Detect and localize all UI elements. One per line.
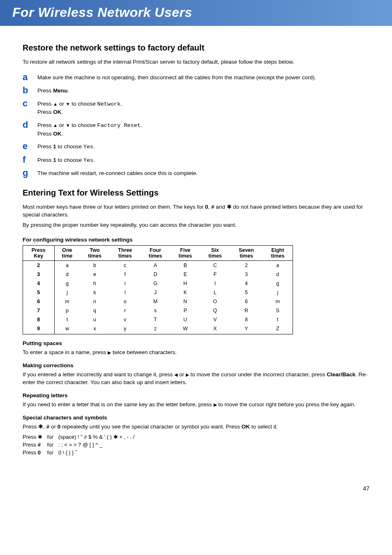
right-arrow-icon: ▶ (186, 372, 189, 377)
step-letter: g (23, 168, 37, 177)
press-label: Press ✱ (23, 433, 47, 441)
text: Press (23, 424, 38, 430)
table-cell: X (200, 324, 230, 334)
text: If you need to enter a letter that is on… (23, 401, 214, 408)
table-cell: U (170, 315, 200, 324)
table-row: 4ghiGHI4g (23, 279, 293, 288)
table-header: Fivetimes (170, 245, 200, 260)
step-letter: b (23, 86, 37, 95)
table-cell: 2 (230, 260, 263, 270)
table-cell: s (141, 306, 171, 315)
page-number: 47 (0, 473, 392, 500)
table-cell: D (141, 270, 171, 279)
right-arrow-icon: ▶ (108, 350, 111, 355)
step-letter: d (23, 120, 37, 129)
up-arrow-icon: ▲ (53, 101, 58, 106)
entering-para2: By pressing the proper number key repeat… (23, 221, 369, 229)
text: Press (37, 101, 53, 107)
step-body: Press 1 to choose Yes. (37, 155, 369, 165)
table-cell: r (110, 306, 141, 315)
making-corrections-head: Making corrections (23, 362, 369, 368)
table-cell: 6 (23, 297, 55, 306)
press-label: Press 0 (23, 449, 47, 456)
page-body: Restore the network settings to factory … (0, 26, 392, 473)
table-cell: d (263, 270, 293, 279)
table-cell: H (170, 279, 200, 288)
text: and (214, 204, 227, 210)
table-cell: P (170, 306, 200, 315)
star-icon: ✱ (227, 204, 232, 210)
table-cell: b (80, 260, 110, 270)
step-letter: c (23, 99, 37, 108)
table-cell: 8 (23, 315, 55, 324)
ok-label: OK (242, 424, 250, 430)
text: to choose (70, 101, 97, 107)
table-cell: x (80, 324, 110, 334)
text: or (49, 424, 58, 430)
ok-label: OK (53, 131, 61, 137)
repeating-letters-head: Repeating letters (23, 392, 369, 398)
table-cell: G (141, 279, 171, 288)
table-header: Seventimes (230, 245, 263, 260)
text: to move the cursor right before you pres… (217, 401, 356, 408)
table-row: 6mnoMNO6m (23, 297, 293, 306)
making-corrections-text: If you entered a letter incorrectly and … (23, 371, 369, 387)
text: or (58, 101, 66, 107)
press-label: Press # (23, 441, 47, 449)
step-a: a Make sure the machine is not operating… (23, 73, 369, 82)
key-1: 1 (53, 143, 56, 150)
network-option: Network (97, 101, 121, 107)
text: to choose (70, 122, 97, 128)
putting-spaces-head: Putting spaces (23, 340, 369, 346)
table-cell: 8 (230, 315, 263, 324)
table-row: 8tuvTUV8t (23, 315, 293, 324)
right-arrow-icon: ▶ (214, 402, 217, 407)
ok-label: OK (53, 109, 61, 115)
restore-steps: a Make sure the machine is not operating… (23, 73, 369, 177)
page-title: For Wireless Network Users (12, 5, 380, 20)
table-cell: l (110, 288, 141, 297)
text: . (62, 131, 63, 137)
menu-label: Menu (53, 88, 67, 94)
step-body: Press 1 to choose Yes. (37, 142, 369, 151)
table-cell: 3 (23, 270, 55, 279)
step-letter: f (23, 155, 37, 164)
step-c: c Press ▲ or ▼ to choose Network. Press … (23, 99, 369, 116)
text: to choose (56, 143, 83, 150)
table-cell: Z (263, 324, 293, 334)
section-restore-heading: Restore the network settings to factory … (23, 43, 369, 53)
table-cell: 7 (23, 306, 55, 315)
table-header: Eighttimes (263, 245, 293, 260)
table-header: PressKey (23, 245, 55, 260)
table-cell: T (141, 315, 171, 324)
table-header: Onetime (54, 245, 80, 260)
step-body: Press ▲ or ▼ to choose Network. Press OK… (37, 99, 369, 116)
text: Press (37, 143, 53, 150)
key-hash: # (211, 204, 214, 210)
text: or (178, 371, 186, 378)
text: Most number keys have three or four lett… (23, 204, 205, 210)
yes-option: Yes (83, 157, 93, 164)
step-body: Make sure the machine is not operating, … (37, 73, 369, 82)
table-cell: u (80, 315, 110, 324)
text: to choose (56, 157, 83, 163)
text: Press (37, 88, 53, 94)
table-cell: Y (230, 324, 263, 334)
restore-intro: To restore all network settings of the i… (23, 58, 369, 66)
key-1: 1 (53, 157, 56, 163)
text: , (208, 204, 211, 210)
step-d: d Press ▲ or ▼ to choose Factory Reset. … (23, 120, 369, 138)
table-cell: w (54, 324, 80, 334)
table-header: Sixtimes (200, 245, 230, 260)
repeating-letters-text: If you need to enter a letter that is on… (23, 401, 369, 409)
table-cell: R (230, 306, 263, 315)
table-cell: g (54, 279, 80, 288)
table-cell: a (263, 260, 293, 270)
table-row: 9wxyzWXYZ (23, 324, 293, 334)
table-cell: I (200, 279, 230, 288)
table-cell: J (141, 288, 171, 297)
special-chars-text: Press ✱, # or 0 repeatedly until you see… (23, 423, 369, 431)
for-label: for (47, 433, 58, 441)
text: Press (37, 109, 53, 115)
table-cell: 2 (23, 260, 55, 270)
